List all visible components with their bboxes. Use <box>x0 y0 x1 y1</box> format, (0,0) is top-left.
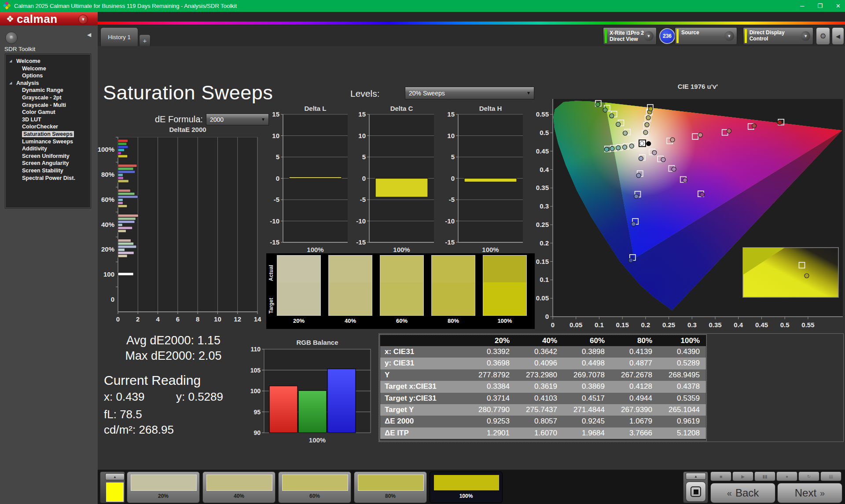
close-button[interactable]: ✕ <box>836 3 841 9</box>
sweep-button-40[interactable]: 40% <box>202 471 276 503</box>
collapse-panel-button[interactable]: ◀ <box>832 27 844 45</box>
meter-count-badge[interactable]: 236 <box>659 28 675 44</box>
sweep-button-20[interactable]: 20% <box>127 471 200 503</box>
sidebar-item-colorchecker[interactable]: ColorChecker <box>5 123 91 131</box>
swatch-actual <box>380 256 423 282</box>
loop-button[interactable]: ↻ <box>798 471 819 481</box>
svg-text:DeltaE 2000: DeltaE 2000 <box>169 126 206 133</box>
sweep-button-label: 20% <box>127 493 199 499</box>
measure-up-button[interactable]: ▲ <box>686 473 706 480</box>
table-cell: 267.2678 <box>611 369 658 381</box>
sidebar-item-luminance-sweeps[interactable]: Luminance Sweeps <box>5 138 91 146</box>
current-reading-title: Current Reading <box>104 373 201 388</box>
table-row-label-target-y: Target Y <box>380 404 468 416</box>
page-title: Saturation Sweeps <box>103 81 273 104</box>
svg-text:-15: -15 <box>270 238 279 246</box>
svg-text:40%: 40% <box>101 221 114 228</box>
sweep-color-swatch <box>206 475 272 491</box>
sidebar-item-label: Additivity <box>22 146 47 152</box>
tab-history-1[interactable]: History 1 <box>100 27 138 46</box>
svg-text:110: 110 <box>250 346 261 353</box>
sidebar-item-screen-angularity[interactable]: Screen Angularity <box>5 160 91 167</box>
sidebar-item-dynamic-range[interactable]: Dynamic Range <box>5 87 91 94</box>
next-button[interactable]: Next » <box>777 483 842 503</box>
svg-text:15: 15 <box>272 110 279 118</box>
pattern-up-button[interactable]: ▲ <box>105 473 125 480</box>
add-tab-button[interactable]: + <box>139 34 151 46</box>
list-icon: ▤ <box>829 474 833 479</box>
chevron-down-icon[interactable]: ▼ <box>724 31 734 41</box>
meter-dropdown[interactable]: X-Rite i1Pro 2 Direct View ▼ <box>603 27 657 45</box>
table-cell: 265.1044 <box>658 404 706 416</box>
de-formula-dropdown[interactable]: 2000 ▼ <box>206 113 269 125</box>
pattern-preview-swatch[interactable] <box>106 482 124 502</box>
results-table-outline: 20%40%60%80%100%x: CIE310.33920.36420.38… <box>379 334 707 441</box>
expander-icon[interactable]: ◢ <box>9 58 12 65</box>
svg-text:0.45: 0.45 <box>755 321 768 329</box>
calman-menu-chevron-icon[interactable]: ▼ <box>78 15 88 24</box>
sweep-button-100[interactable]: 100% <box>430 471 503 503</box>
expander-icon[interactable]: ◢ <box>9 80 12 87</box>
sidebar-item-analysis[interactable]: ◢Analysis <box>5 80 91 87</box>
svg-text:0.2: 0.2 <box>641 321 650 329</box>
swatch-label: 60% <box>380 318 424 324</box>
workflow-tree: ◢WelcomeWelcomeOptions◢AnalysisDynamic R… <box>5 54 91 208</box>
pause-button[interactable]: ▮▮ <box>754 471 775 481</box>
maximize-button[interactable]: ❐ <box>817 3 823 9</box>
sidebar-item-additivity[interactable]: Additivity <box>5 145 91 153</box>
svg-text:95: 95 <box>254 409 261 416</box>
minimize-button[interactable]: ─ <box>800 3 804 9</box>
sidebar-item-color-gamut[interactable]: Color Gamut <box>5 109 91 116</box>
svg-text:-15: -15 <box>356 238 366 246</box>
svg-text:8: 8 <box>196 315 199 323</box>
list-button[interactable]: ▤ <box>820 471 841 481</box>
sidebar-item-saturation-sweeps[interactable]: Saturation Sweeps <box>5 131 91 138</box>
table-header-80: 80% <box>611 335 658 346</box>
sidebar-item-screen-uniformity[interactable]: Screen Uniformity <box>5 153 91 160</box>
swatch-row-label-actual: Actual <box>268 259 275 287</box>
swatch-80 <box>431 255 475 316</box>
sidebar-item-spectral-power-dist[interactable]: Spectral Power Dist. <box>5 175 91 182</box>
chevron-down-icon[interactable]: ▼ <box>801 31 810 41</box>
sidebar-round-button[interactable] <box>5 32 18 44</box>
sidebar-item-welcome[interactable]: Welcome <box>5 65 91 73</box>
table-header-20: 20% <box>468 335 516 346</box>
stop-measure-button[interactable] <box>686 482 706 502</box>
sidebar-item-label: Grayscale - Multi <box>22 102 66 108</box>
svg-text:Delta C: Delta C <box>390 105 413 112</box>
swatch-row-label-target: Target <box>268 292 275 319</box>
svg-text:-10: -10 <box>356 217 366 225</box>
record-button[interactable]: ● <box>776 471 797 481</box>
sweep-button-60[interactable]: 60% <box>278 471 351 503</box>
sidebar-item-label: Welcome <box>22 66 46 72</box>
sidebar-collapse-icon[interactable]: ◀ <box>87 32 91 38</box>
avg-de2000: Avg dE2000: 1.15 <box>105 334 242 347</box>
sidebar-item-grayscale-multi[interactable]: Grayscale - Multi <box>5 102 91 109</box>
svg-text:90: 90 <box>254 429 261 436</box>
sidebar-item-welcome[interactable]: ◢Welcome <box>5 58 91 65</box>
sweep-button-label: 60% <box>279 493 351 499</box>
levels-label: Levels: <box>350 88 380 99</box>
svg-text:0.1: 0.1 <box>595 321 604 329</box>
levels-dropdown[interactable]: 20% Sweeps ▼ <box>405 87 534 99</box>
display-control-dropdown[interactable]: Direct Display Control ▼ <box>743 27 813 45</box>
sidebar-item-grayscale-2pt[interactable]: Grayscale - 2pt <box>5 94 91 102</box>
source-dropdown[interactable]: Source ▼ <box>675 27 737 45</box>
gear-icon[interactable]: ⚙ <box>816 27 830 45</box>
sidebar-item-options[interactable]: Options <box>5 72 91 80</box>
play-button[interactable]: ▶ <box>732 471 753 481</box>
swatch-actual <box>277 256 320 282</box>
stop-button[interactable]: ■ <box>710 471 731 481</box>
table-cell: 0.4103 <box>516 393 563 404</box>
sidebar-item-screen-stability[interactable]: Screen Stability <box>5 167 91 175</box>
table-row-label-target-y-cie31: Target y:CIE31 <box>380 393 468 404</box>
sweep-button-80[interactable]: 80% <box>354 471 427 503</box>
chevron-down-icon[interactable]: ▼ <box>644 31 654 41</box>
table-cell: 0.9619 <box>658 416 706 427</box>
sweep-button-label: 100% <box>430 493 502 499</box>
back-button[interactable]: « Back <box>710 483 775 503</box>
svg-text:0: 0 <box>362 175 366 182</box>
chevron-down-icon: ▼ <box>526 91 531 95</box>
sidebar-item-3d-lut[interactable]: 3D LUT <box>5 116 91 124</box>
table-cell: 0.4517 <box>563 393 611 404</box>
